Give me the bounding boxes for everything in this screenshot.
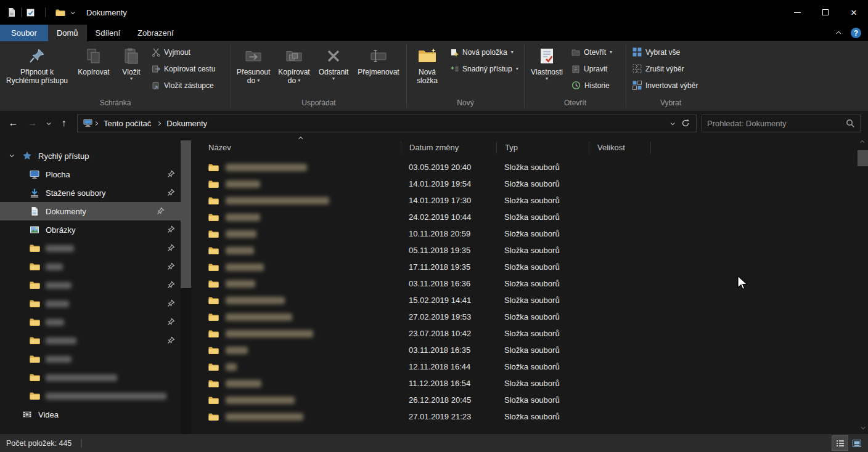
sidebar-item-videa[interactable]: Videa xyxy=(0,405,191,424)
qat-dropdown-icon[interactable] xyxy=(71,10,75,14)
sidebar-item-obrázky[interactable]: Obrázky xyxy=(0,220,191,239)
address-dropdown-icon[interactable] xyxy=(671,121,675,125)
file-row[interactable]: 17.11.2018 19:35Složka souborů xyxy=(196,259,858,275)
file-row[interactable]: 10.11.2018 20:59Složka souborů xyxy=(196,225,858,242)
file-row[interactable]: 27.02.2019 19:53Složka souborů xyxy=(196,309,858,325)
select-all-button[interactable]: Vybrat vše xyxy=(628,44,713,60)
collapse-ribbon-icon[interactable] xyxy=(836,31,841,36)
details-view-button[interactable] xyxy=(832,436,848,450)
file-row[interactable]: 03.11.2018 16:35Složka souborů xyxy=(196,342,858,358)
tab-share[interactable]: Sdílení xyxy=(87,25,129,41)
new-folder-icon xyxy=(417,45,437,67)
breadcrumb-chevron-icon[interactable] xyxy=(157,122,160,125)
file-row[interactable]: 27.01.2019 21:23Složka souborů xyxy=(196,408,858,425)
file-row[interactable]: 11.12.2018 16:54Složka souborů xyxy=(196,375,858,392)
file-row[interactable]: 24.02.2019 10:44Složka souborů xyxy=(196,209,858,225)
tab-view[interactable]: Zobrazení xyxy=(129,25,182,41)
sidebar-item-redacted[interactable] xyxy=(0,331,191,350)
back-icon[interactable]: ← xyxy=(4,114,23,132)
pin-to-quick-access-button[interactable]: Připnout k Rychlému přístupu xyxy=(2,43,72,96)
easy-access-button[interactable]: Snadný přístup ▾ xyxy=(446,60,522,77)
up-icon[interactable]: ↑ xyxy=(54,114,73,132)
new-item-button[interactable]: Nová položka ▾ xyxy=(446,44,522,60)
file-row[interactable]: 05.11.2018 19:35Složka souborů xyxy=(196,242,858,259)
file-list-body: 03.05.2019 20:40Složka souborů14.01.2019… xyxy=(196,159,858,425)
search-box[interactable] xyxy=(702,115,861,132)
open-button[interactable]: Otevřít ▾ xyxy=(567,44,624,60)
breadcrumb-documents[interactable]: Dokumenty xyxy=(162,115,211,132)
sidebar-item-redacted[interactable] xyxy=(0,257,191,276)
sidebar-item-redacted[interactable] xyxy=(0,368,191,387)
minimize-button[interactable] xyxy=(783,0,811,25)
sidebar-item-stažené-soubory[interactable]: Stažené soubory xyxy=(0,184,191,202)
refresh-icon[interactable] xyxy=(681,119,690,127)
sidebar-item-dokumenty[interactable]: Dokumenty xyxy=(0,202,181,220)
move-to-button[interactable]: Přesunout do▾ xyxy=(233,43,274,96)
column-header-date[interactable]: Datum změny xyxy=(401,142,496,153)
scroll-down-icon[interactable] xyxy=(858,422,868,433)
scroll-up-icon[interactable] xyxy=(858,137,868,147)
sidebar-item-redacted[interactable] xyxy=(0,387,191,405)
copy-to-button[interactable]: Kopírovat do▾ xyxy=(274,43,314,96)
desktop-icon xyxy=(28,169,41,179)
sidebar-item-redacted[interactable] xyxy=(0,350,191,368)
edit-button[interactable]: Upravit xyxy=(567,60,624,77)
cut-button[interactable]: Vyjmout xyxy=(147,44,229,60)
sidebar-scrollbar-thumb[interactable] xyxy=(181,140,191,288)
thumbnail-view-button[interactable] xyxy=(849,436,864,450)
close-button[interactable]: × xyxy=(840,0,868,25)
file-row[interactable]: 14.01.2019 17:30Složka souborů xyxy=(196,192,858,209)
column-header-size[interactable]: Velikost xyxy=(589,142,650,153)
copy-button[interactable]: Kopírovat xyxy=(72,43,115,96)
sidebar-item-redacted[interactable] xyxy=(0,239,191,257)
clear-selection-button[interactable]: Zrušit výběr xyxy=(628,60,713,77)
tab-file[interactable]: Soubor xyxy=(0,25,48,41)
file-type: Složka souborů xyxy=(496,345,589,355)
sidebar-scrollbar[interactable] xyxy=(181,138,191,434)
help-icon[interactable]: ? xyxy=(851,28,861,38)
file-row[interactable]: 03.05.2019 20:40Složka souborů xyxy=(196,159,858,176)
file-row[interactable]: 14.01.2019 19:54Složka souborů xyxy=(196,176,858,192)
paste-shortcut-button[interactable]: Vložit zástupce xyxy=(147,77,229,94)
history-dropdown-icon[interactable] xyxy=(42,114,54,132)
invert-selection-button[interactable]: Invertovat výběr xyxy=(628,77,713,94)
tab-home[interactable]: Domů xyxy=(48,25,87,41)
redacted-folder-name xyxy=(46,356,72,363)
address-bar[interactable]: Tento počítač Dokumenty xyxy=(77,115,697,132)
maximize-button[interactable] xyxy=(811,0,840,25)
file-row[interactable]: 23.07.2018 10:42Složka souborů xyxy=(196,325,858,342)
expand-chevron-icon[interactable] xyxy=(10,153,14,157)
column-header-name[interactable]: Název xyxy=(196,142,401,153)
file-row[interactable]: 03.11.2018 16:36Složka souborů xyxy=(196,275,858,292)
folder-icon xyxy=(208,413,219,421)
forward-icon[interactable]: → xyxy=(23,114,42,132)
ribbon-group-open: Vlastnosti ▾ Otevřít ▾ xyxy=(525,41,626,111)
breadcrumb-chevron-icon[interactable] xyxy=(94,122,97,125)
search-icon[interactable] xyxy=(846,119,855,128)
file-row[interactable]: 12.11.2018 16:44Složka souborů xyxy=(196,358,858,375)
checkmark-doc-icon[interactable] xyxy=(26,8,35,17)
folder-icon[interactable] xyxy=(55,9,65,17)
search-input[interactable] xyxy=(707,119,846,128)
breadcrumb-this-pc[interactable]: Tento počítač xyxy=(99,115,155,132)
paste-button[interactable]: Vložit ▾ xyxy=(115,43,147,96)
properties-button[interactable]: Vlastnosti ▾ xyxy=(526,43,567,96)
content-area: Rychlý přístupPlochaStažené souboryDokum… xyxy=(0,135,868,434)
main-scrollbar-thumb[interactable] xyxy=(858,150,868,166)
history-button[interactable]: Historie xyxy=(567,77,624,94)
file-row[interactable]: 26.12.2018 20:45Složka souborů xyxy=(196,392,858,408)
sidebar-item-plocha[interactable]: Plocha xyxy=(0,165,191,184)
sidebar-item-redacted[interactable] xyxy=(0,276,191,294)
new-folder-button[interactable]: Nová složka xyxy=(409,43,446,96)
rename-button[interactable]: Přejmenovat xyxy=(353,43,404,96)
main-scrollbar[interactable] xyxy=(858,135,868,434)
sidebar-item-redacted[interactable] xyxy=(0,313,191,331)
redacted-file-name xyxy=(226,280,255,288)
sidebar-item-redacted[interactable] xyxy=(0,294,191,313)
file-row[interactable]: 15.02.2019 14:41Složka souborů xyxy=(196,292,858,309)
copy-path-button[interactable]: Kopírovat cestu xyxy=(147,60,229,77)
column-header-type[interactable]: Typ xyxy=(496,142,589,153)
sidebar-item-rychlý-přístup[interactable]: Rychlý přístup xyxy=(0,147,191,165)
delete-button[interactable]: Odstranit ▾ xyxy=(314,43,353,96)
folder-icon xyxy=(28,244,41,252)
